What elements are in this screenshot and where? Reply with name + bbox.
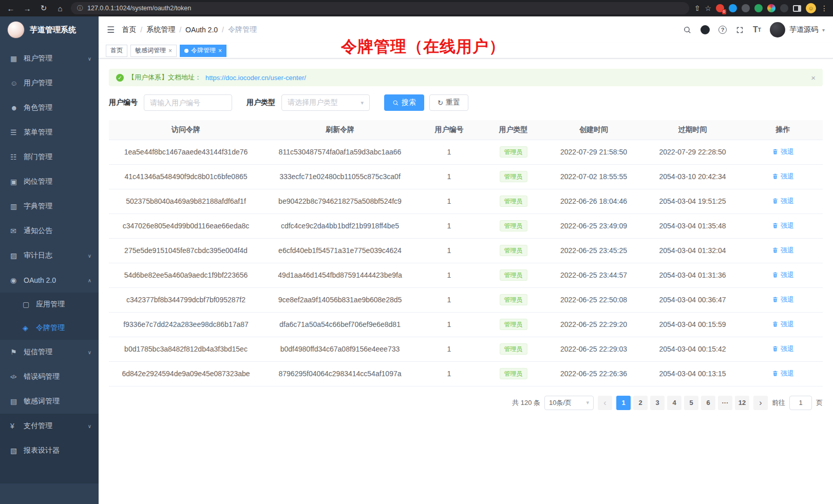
url-bar[interactable]: ⓘ 127.0.0.1:1024/system/oauth2/token: [71, 2, 689, 14]
sidebar-item-dict[interactable]: ▥ 字典管理: [0, 194, 99, 219]
tab-home[interactable]: 首页: [106, 45, 127, 57]
sidebar-item-pay[interactable]: ¥ 支付管理 ∨: [0, 414, 99, 438]
browser-home-icon[interactable]: ⌂: [54, 4, 66, 13]
search-button[interactable]: 搜索: [384, 94, 424, 111]
app-logo[interactable]: 芋道管理系统: [0, 16, 99, 43]
extension-blue-icon[interactable]: [729, 4, 737, 12]
table-row: 275e5de9151045fe87cbdc395e004f4d e6cfd40…: [109, 238, 823, 263]
app-icon: ▢: [23, 300, 36, 308]
force-logout-button[interactable]: 强退: [772, 221, 794, 230]
font-size-icon[interactable]: TT: [753, 25, 761, 34]
col-access-token: 访问令牌: [109, 120, 263, 140]
breadcrumb: 首页 / 系统管理 / OAuth 2.0 / 令牌管理: [122, 25, 257, 34]
dict-icon: ▥: [10, 202, 24, 210]
extension-gray-icon[interactable]: [780, 4, 788, 12]
user-menu[interactable]: 芋道源码 ▾: [770, 22, 825, 37]
fullscreen-icon[interactable]: [735, 26, 744, 34]
side-panel-icon[interactable]: [793, 5, 801, 12]
help-icon[interactable]: ?: [718, 26, 727, 34]
sidebar-item-audit-log[interactable]: ▨ 审计日志 ∨: [0, 243, 99, 268]
force-logout-button[interactable]: 强退: [772, 246, 794, 255]
share-icon[interactable]: ⇧: [694, 4, 701, 12]
token-table: 访问令牌 刷新令牌 用户编号 用户类型 创建时间 过期时间 操作 1ea5e44…: [109, 120, 823, 386]
force-logout-button[interactable]: 强退: [772, 320, 794, 329]
goto-page-input[interactable]: [789, 396, 812, 410]
force-logout-button[interactable]: 强退: [772, 295, 794, 304]
user-type-tag: 管理员: [500, 343, 527, 355]
sidebar-toggle-icon[interactable]: ☰: [107, 25, 115, 35]
trash-icon: [772, 321, 779, 327]
close-icon[interactable]: ×: [218, 47, 222, 54]
page-info-icon[interactable]: ⓘ: [77, 4, 83, 13]
sidebar-item-tenant[interactable]: ▦ 租户管理 ∨: [0, 46, 99, 71]
page-button-5[interactable]: 5: [684, 396, 698, 410]
user-type-select[interactable]: 请选择用户类型 ▾: [281, 94, 370, 111]
browser-profile-avatar[interactable]: ☺: [806, 3, 816, 13]
breadcrumb-home[interactable]: 首页: [122, 25, 136, 34]
sidebar-item-oauth2[interactable]: ◉ OAuth 2.0 ∧: [0, 268, 99, 293]
trash-icon: [772, 222, 779, 229]
close-icon[interactable]: ×: [168, 47, 172, 54]
extension-green-icon[interactable]: [754, 4, 763, 12]
prev-page-button[interactable]: ‹: [598, 396, 612, 410]
tab-sensitive-word[interactable]: 敏感词管理 ×: [130, 45, 177, 57]
user-id-label: 用户编号: [109, 98, 138, 107]
page-button-1[interactable]: 1: [616, 396, 631, 410]
page-button-4[interactable]: 4: [667, 396, 681, 410]
extension-dark-icon[interactable]: [742, 4, 750, 12]
pay-icon: ¥: [10, 422, 24, 430]
doc-alert-link[interactable]: https://doc.iocoder.cn/user-center/: [205, 74, 306, 82]
sidebar-item-sms[interactable]: ⚑ 短信管理 ∨: [0, 340, 99, 364]
sidebar-item-dept[interactable]: ☷ 部门管理: [0, 145, 99, 169]
force-logout-button[interactable]: 强退: [772, 172, 794, 181]
user-id-input[interactable]: [144, 94, 232, 111]
sidebar-item-menu[interactable]: ☰ 菜单管理: [0, 120, 99, 145]
trash-icon: [772, 345, 779, 352]
browser-menu-icon[interactable]: ⋮: [821, 4, 828, 12]
search-icon[interactable]: [683, 26, 692, 34]
force-logout-button[interactable]: 强退: [772, 197, 794, 206]
sidebar-item-role[interactable]: ☻ 角色管理: [0, 95, 99, 120]
sidebar-item-error-code[interactable]: </> 错误码管理: [0, 364, 99, 389]
page-button-12[interactable]: 12: [735, 396, 749, 410]
success-check-icon: ✓: [116, 74, 124, 82]
sidebar-item-oauth2-app[interactable]: ▢ 应用管理: [0, 293, 99, 316]
role-icon: ☻: [10, 104, 24, 112]
page-size-select[interactable]: 10条/页 ▾: [544, 396, 594, 410]
sidebar-item-user[interactable]: ☺ 用户管理: [0, 71, 99, 95]
force-logout-button[interactable]: 强退: [772, 369, 794, 378]
bookmark-star-icon[interactable]: ☆: [705, 4, 711, 12]
tab-token[interactable]: 令牌管理 ×: [180, 45, 226, 57]
page-button-2[interactable]: 2: [633, 396, 648, 410]
page-ellipsis-button[interactable]: ···: [718, 396, 732, 410]
browser-forward-icon[interactable]: →: [22, 4, 33, 13]
breadcrumb-oauth2[interactable]: OAuth 2.0: [185, 26, 218, 34]
page-button-6[interactable]: 6: [701, 396, 715, 410]
alert-close-icon[interactable]: ×: [811, 73, 816, 82]
user-type-tag: 管理员: [500, 171, 527, 182]
sidebar-item-notice[interactable]: ✉ 通知公告: [0, 219, 99, 243]
reset-button[interactable]: ↻ 重置: [429, 94, 468, 111]
force-logout-button[interactable]: 强退: [772, 147, 794, 157]
browser-reload-icon[interactable]: ↻: [38, 4, 49, 13]
next-page-button[interactable]: ›: [753, 396, 768, 410]
sidebar-item-report-designer[interactable]: ▧ 报表设计器: [0, 438, 99, 463]
force-logout-button[interactable]: 强退: [772, 344, 794, 354]
goto-label: 前往: [772, 398, 785, 408]
caret-down-icon: ▾: [586, 399, 589, 406]
sidebar-item-sensitive-word[interactable]: ▤ 敏感词管理: [0, 389, 99, 414]
total-count-label: 共 120 条: [512, 398, 540, 408]
table-row: 54d6be82ee5a460a9aedc1f9bf223656 49d1aa4…: [109, 263, 823, 287]
force-logout-button[interactable]: 强退: [772, 270, 794, 280]
page-button-3[interactable]: 3: [650, 396, 665, 410]
breadcrumb-system[interactable]: 系统管理: [146, 25, 175, 34]
sms-icon: ⚑: [10, 348, 24, 356]
github-icon[interactable]: [701, 25, 710, 34]
extension-red-icon[interactable]: 0: [716, 4, 724, 12]
report-icon: ▧: [10, 447, 24, 455]
sidebar-item-oauth2-token[interactable]: ◈ 令牌管理: [0, 316, 99, 340]
browser-back-icon[interactable]: ←: [5, 4, 16, 13]
table-row: c347026e805e4d99b0d116eae66eda8c cdfc4ce…: [109, 214, 823, 238]
extension-colorful-icon[interactable]: [767, 4, 775, 12]
sidebar-item-post[interactable]: ▣ 岗位管理: [0, 169, 99, 194]
